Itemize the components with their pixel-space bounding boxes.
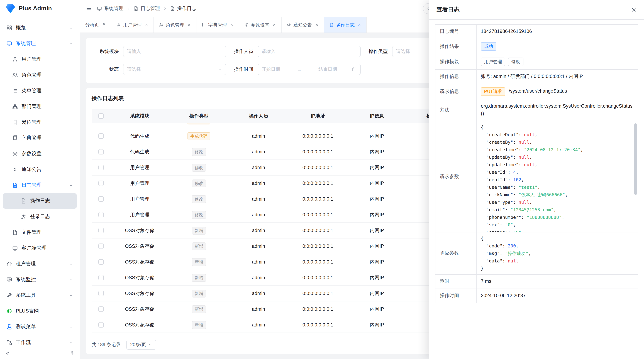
close-tab-button[interactable] <box>315 23 319 27</box>
row-checkbox[interactable] <box>98 259 104 265</box>
action-type-tag: 新增 <box>192 290 206 297</box>
detail-value-cell: org.dromara.system.controller.system.Sys… <box>476 99 638 121</box>
column-header-0[interactable]: 系统模块 <box>110 113 169 119</box>
row-checkbox[interactable] <box>98 307 104 312</box>
breadcrumb-label: 操作日志 <box>177 5 196 12</box>
sidebar-item-label: 角色管理 <box>22 72 42 78</box>
row-checkbox[interactable] <box>98 244 104 249</box>
action-type-tag: 生成代码 <box>188 123 210 124</box>
row-checkbox[interactable] <box>98 322 104 328</box>
detail-row-cost-time: 耗时7 ms <box>436 275 638 289</box>
flask-icon <box>6 324 12 330</box>
filter-select-status[interactable]: 请选择 <box>123 64 226 75</box>
drawer-close-button[interactable] <box>631 6 637 13</box>
tab-dict-management[interactable]: 字典管理 <box>196 17 239 32</box>
fingerprint-icon <box>21 214 26 220</box>
sidebar-item-tenant-management[interactable]: 租户管理 <box>3 256 77 272</box>
column-header-3[interactable]: IP地址 <box>288 113 348 119</box>
detail-row-operation-result: 操作结果成功 <box>436 39 638 54</box>
badge-icon <box>12 119 18 125</box>
breadcrumb-item-system-management[interactable]: 系统管理 <box>97 5 124 12</box>
sidebar-item-dict-management[interactable]: 字典管理 <box>3 130 77 146</box>
sidebar-item-operation-log[interactable]: 操作日志 <box>3 193 77 209</box>
request-params-code-block[interactable]: { "createDept": null, "createBy": null, … <box>476 121 638 232</box>
sidebar-item-system-management[interactable]: 系统管理 <box>3 36 77 51</box>
breadcrumb-item-log-management[interactable]: 日志管理 <box>134 5 160 12</box>
filter-input-system-module[interactable]: 请输入 <box>123 46 226 57</box>
page-size-select[interactable]: 20条/页 <box>126 340 156 350</box>
tab-param-settings[interactable]: 参数设置 <box>239 17 282 32</box>
action-type-tag: 新增 <box>192 274 206 282</box>
sidebar-item-file-management[interactable]: 文件管理 <box>3 225 77 240</box>
chevdown-icon <box>69 293 73 298</box>
tab-operation-log[interactable]: 操作日志 <box>324 17 367 32</box>
pin-tab-button[interactable] <box>102 23 106 27</box>
code-scrollbar[interactable] <box>634 123 637 195</box>
sidebar-item-menu-management[interactable]: 菜单管理 <box>3 83 77 99</box>
filter-input-operator[interactable]: 请输入 <box>258 46 361 57</box>
sidebar-item-system-monitor[interactable]: 系统监控 <box>3 272 77 288</box>
select-all-checkbox[interactable] <box>98 113 104 119</box>
breadcrumb-item-operation-log[interactable]: 操作日志 <box>170 5 196 12</box>
row-checkbox[interactable] <box>98 275 104 280</box>
row-checkbox[interactable] <box>98 212 104 217</box>
sidebar-item-overview[interactable]: 概览 <box>3 20 77 36</box>
row-checkbox[interactable] <box>98 165 104 170</box>
sidebar-item-post-management[interactable]: 岗位管理 <box>3 114 77 130</box>
sidebar-item-user-management[interactable]: 用户管理 <box>3 51 77 67</box>
close-tab-button[interactable] <box>272 23 276 27</box>
sidebar-item-workflow[interactable]: 工作流 <box>3 335 77 347</box>
detail-label: 请求信息 <box>436 84 476 99</box>
sidebar-item-label: 通知公告 <box>22 166 42 173</box>
row-checkbox[interactable] <box>98 149 104 154</box>
action-type-tag: 修改 <box>192 179 206 187</box>
row-checkbox[interactable] <box>98 196 104 202</box>
sidebar-item-param-settings[interactable]: 参数设置 <box>3 146 77 162</box>
sidebar-item-system-tools[interactable]: 系统工具 <box>3 288 77 303</box>
tab-analysis-page[interactable]: 分析页 <box>80 17 111 32</box>
column-header-1[interactable]: 操作类型 <box>169 113 228 119</box>
close-tab-button[interactable] <box>358 23 361 27</box>
column-header-2[interactable]: 操作人员 <box>228 113 288 119</box>
sidebar-item-notice-announcement[interactable]: 通知公告 <box>3 162 77 177</box>
start-date-placeholder: 开始日期 <box>262 66 280 73</box>
row-checkbox[interactable] <box>98 291 104 296</box>
filter-label: 系统模块 <box>92 48 119 55</box>
cell-ip: 0:0:0:0:0:0:0:1 <box>288 259 348 265</box>
sidebar-item-test-menu[interactable]: 测试菜单 <box>3 319 77 335</box>
tab-role-management[interactable]: 角色管理 <box>154 17 196 32</box>
app-root: Plus Admin 概览系统管理用户管理角色管理菜单管理部门管理岗位管理字典管… <box>0 0 644 359</box>
sidebar-item-login-log[interactable]: 登录日志 <box>3 209 77 225</box>
row-checkbox[interactable] <box>98 228 104 233</box>
tab-notice-announcement[interactable]: 通知公告 <box>282 17 324 32</box>
users-icon <box>12 72 18 78</box>
sidebar-item-client-management[interactable]: 客户端管理 <box>3 240 77 256</box>
hamburger-menu-button[interactable] <box>86 5 92 11</box>
cell-module: OSS对象存储 <box>110 322 169 328</box>
sidebar-item-role-management[interactable]: 角色管理 <box>3 67 77 83</box>
row-checkbox[interactable] <box>98 181 104 186</box>
sidebar-item-plus-website[interactable]: PLUS官网 <box>3 303 77 319</box>
cell-ip-info: 内网IP <box>348 164 406 171</box>
sidebar-item-dept-management[interactable]: 部门管理 <box>3 99 77 114</box>
log-detail-table: 日志编号1842781986426159106操作结果成功操作模块用户管理修改操… <box>435 24 638 303</box>
filter-field-status: 状态请选择 <box>92 64 226 75</box>
sidebar-pin-button[interactable] <box>70 351 75 356</box>
cell-module: 代码生成 <box>110 149 169 155</box>
close-tab-button[interactable] <box>230 23 234 27</box>
sidebar-item-label: PLUS官网 <box>16 308 39 314</box>
cell-operator: admin <box>228 259 288 265</box>
filter-daterange-operation-time[interactable]: 开始日期→结束日期 <box>258 64 361 75</box>
close-tab-button[interactable] <box>187 23 191 27</box>
tab-user-management[interactable]: 用户管理 <box>111 17 154 32</box>
column-header-4[interactable]: IP信息 <box>348 113 406 119</box>
sidebar-item-label: 登录日志 <box>30 213 50 220</box>
close-tab-button[interactable] <box>144 23 148 27</box>
row-checkbox[interactable] <box>98 133 104 139</box>
sidebar-item-label: 工作流 <box>16 339 31 346</box>
collapse-sidebar-button[interactable] <box>5 351 10 356</box>
logo[interactable]: Plus Admin <box>0 0 80 17</box>
cell-ip-info: 内网IP <box>348 196 406 202</box>
sidebar-item-label: 菜单管理 <box>22 88 42 94</box>
sidebar-item-log-management[interactable]: 日志管理 <box>3 177 77 193</box>
